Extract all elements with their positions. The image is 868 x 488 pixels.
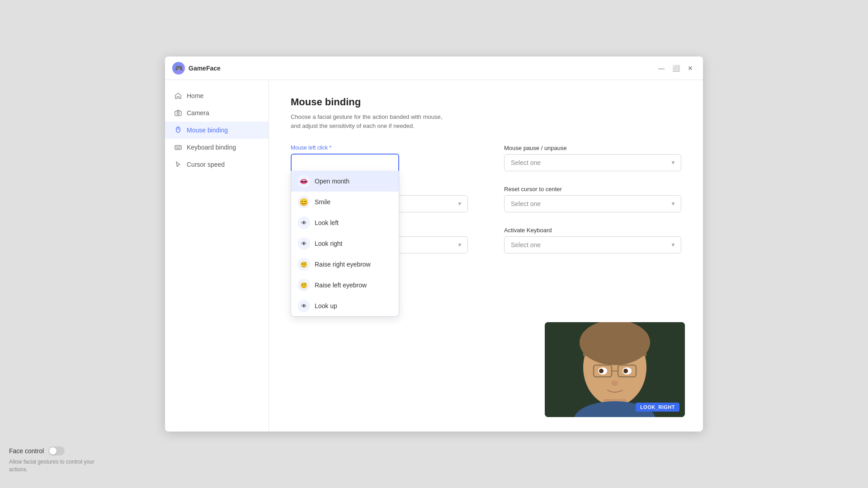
app-window: 🎮 GameFace — ⬜ ✕ Home — [165, 56, 703, 432]
mouse-icon — [174, 126, 182, 134]
titlebar-controls: — ⬜ ✕ — [656, 63, 696, 74]
option-label-look-left: Look left — [315, 219, 339, 226]
binding-mouse-pause: Mouse pause / unpause Select one ▼ — [504, 145, 681, 171]
smile-icon: 😊 — [297, 196, 310, 208]
sidebar-label-camera: Camera — [187, 109, 209, 117]
option-raise-right-eyebrow[interactable]: 🤨 Raise right eyebrow — [291, 254, 399, 275]
svg-rect-0 — [175, 111, 181, 116]
sidebar-item-camera[interactable]: Camera — [165, 104, 269, 122]
camera-icon — [174, 109, 182, 117]
look-up-icon: 👁 — [297, 300, 310, 312]
camera-preview-inner: LOOK_RIGHT — [545, 322, 685, 417]
svg-rect-14 — [583, 343, 646, 356]
bindings-row-1: Mouse left click * 👄 Open month 😊 Smile — [291, 145, 681, 171]
option-look-up[interactable]: 👁 Look up — [291, 296, 399, 316]
home-icon — [174, 92, 182, 100]
option-raise-left-eyebrow[interactable]: 🤨 Raise left eyebrow — [291, 275, 399, 296]
page-title: Mouse binding — [291, 96, 681, 108]
option-label-raise-right-eyebrow: Raise right eyebrow — [315, 261, 371, 268]
look-right-icon: 👁 — [297, 237, 310, 250]
activate-keyboard-label: Activate Keyboard — [504, 227, 681, 234]
activate-keyboard-select[interactable]: Select one — [504, 236, 681, 253]
camera-preview: LOOK_RIGHT — [545, 322, 685, 417]
binding-activate-keyboard: Activate Keyboard Select one ▼ — [504, 227, 681, 253]
option-look-right[interactable]: 👁 Look right — [291, 233, 399, 254]
sidebar-label-home: Home — [187, 92, 203, 99]
option-look-left[interactable]: 👁 Look left — [291, 212, 399, 233]
raise-right-eyebrow-icon: 🤨 — [297, 258, 310, 271]
main-content: Mouse binding Choose a facial gesture fo… — [269, 80, 703, 432]
option-label-open-mouth: Open month — [315, 178, 349, 185]
svg-point-1 — [177, 113, 179, 115]
reset-cursor-select[interactable]: Select one — [504, 195, 681, 212]
titlebar: 🎮 GameFace — ⬜ ✕ — [165, 56, 703, 80]
option-label-raise-left-eyebrow: Raise left eyebrow — [315, 282, 367, 289]
reset-cursor-label: Reset cursor to center — [504, 186, 681, 192]
option-label-smile: Smile — [315, 198, 330, 206]
close-button[interactable]: ✕ — [685, 63, 696, 74]
sidebar-item-cursor-speed[interactable]: Cursor speed — [165, 156, 269, 173]
binding-mouse-left-click: Mouse left click * 👄 Open month 😊 Smile — [291, 145, 468, 171]
svg-point-22 — [599, 369, 604, 373]
app-title: GameFace — [189, 65, 221, 72]
option-open-mouth[interactable]: 👄 Open month — [291, 171, 399, 192]
required-indicator: * — [329, 145, 331, 151]
open-mouth-icon: 👄 — [297, 175, 310, 188]
mouse-left-click-label: Mouse left click * — [291, 145, 468, 151]
mouse-left-click-dropdown-container: 👄 Open month 😊 Smile 👁 Look left — [291, 154, 399, 171]
page-description: Choose a facial gesture for the action b… — [291, 113, 453, 130]
look-left-icon: 👁 — [297, 216, 310, 229]
look-right-badge: LOOK_RIGHT — [636, 403, 679, 412]
content-area: Home Camera — [165, 80, 703, 432]
mouse-pause-select-wrapper: Select one ▼ — [504, 154, 681, 171]
option-label-look-up: Look up — [315, 302, 337, 310]
option-label-look-right: Look right — [315, 240, 342, 247]
reset-cursor-select-wrapper: Select one ▼ — [504, 195, 681, 212]
cursor-icon — [174, 160, 182, 169]
sidebar-item-home[interactable]: Home — [165, 87, 269, 104]
app-logo-icon: 🎮 — [172, 62, 185, 75]
option-smile[interactable]: 😊 Smile — [291, 192, 399, 212]
minimize-button[interactable]: — — [656, 63, 667, 74]
activate-keyboard-select-wrapper: Select one ▼ — [504, 236, 681, 253]
raise-left-eyebrow-icon: 🤨 — [297, 279, 310, 291]
keyboard-icon — [174, 143, 182, 151]
mouse-pause-select[interactable]: Select one — [504, 154, 681, 171]
sidebar-item-keyboard-binding[interactable]: Keyboard binding — [165, 139, 269, 156]
svg-point-24 — [611, 380, 618, 386]
sidebar: Home Camera — [165, 80, 269, 432]
restore-button[interactable]: ⬜ — [670, 63, 681, 74]
svg-point-4 — [178, 129, 179, 130]
svg-rect-5 — [175, 145, 181, 150]
svg-point-23 — [623, 369, 628, 373]
mouse-left-click-menu: 👄 Open month 😊 Smile 👁 Look left — [291, 171, 399, 317]
sidebar-item-mouse-binding[interactable]: Mouse binding — [165, 122, 269, 139]
binding-reset-cursor: Reset cursor to center Select one ▼ — [504, 186, 681, 212]
sidebar-label-cursor-speed: Cursor speed — [187, 161, 225, 168]
sidebar-label-mouse-binding: Mouse binding — [187, 127, 228, 134]
mouse-pause-label: Mouse pause / unpause — [504, 145, 681, 151]
titlebar-left: 🎮 GameFace — [172, 62, 221, 75]
mouse-left-click-input[interactable] — [291, 154, 399, 171]
sidebar-label-keyboard-binding: Keyboard binding — [187, 144, 236, 151]
